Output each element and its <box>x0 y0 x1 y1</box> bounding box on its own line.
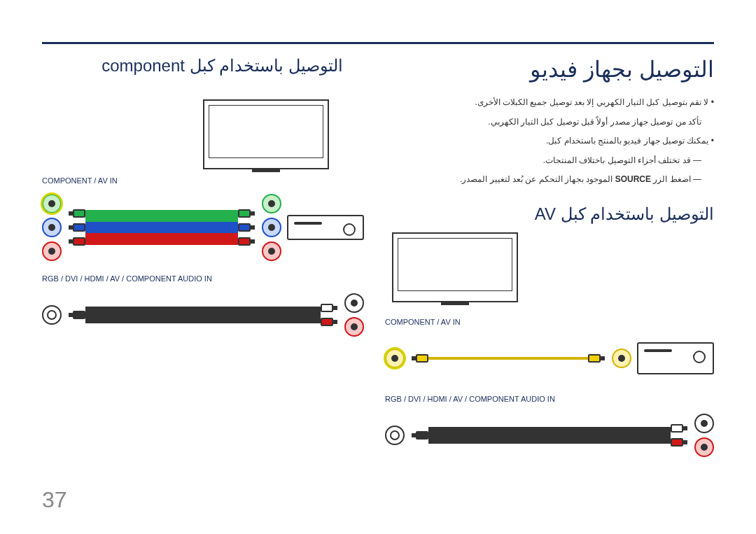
source-device-component <box>287 215 364 240</box>
jack-dest-red <box>262 241 281 261</box>
av-video-row <box>385 330 714 386</box>
dash-1-text: قد تختلف أجزاء التوصيل باختلاف المنتجات. <box>543 155 691 165</box>
jack-dest-green <box>262 194 281 213</box>
bullet-2-text: يمكنك توصيل جهاز فيديو بالمنتج باستخدام … <box>546 136 708 146</box>
dash-1: ― قد تختلف أجزاء التوصيل باختلاف المنتجا… <box>385 153 714 169</box>
dash-2-post: الموجود بجهاز التحكم عن بُعد لتغيير المص… <box>460 174 615 184</box>
screen-diagram-left <box>42 99 364 176</box>
screen-diagram-right <box>385 232 714 309</box>
jack-audio-red <box>344 317 364 337</box>
label-audio-in-right: RGB / DVI / HDMI / AV / COMPONENT AUDIO … <box>385 395 714 403</box>
top-rule <box>42 42 714 44</box>
component-video-row <box>42 189 364 266</box>
component-subtitle: التوصيل باستخدام كبل component <box>42 56 364 76</box>
bullet-2: • يمكنك توصيل جهاز فيديو بالمنتج باستخدا… <box>385 134 714 149</box>
bullet-1: • لا تقم بتوصيل كبل التيار الكهربي إلا ب… <box>385 95 714 111</box>
right-column: التوصيل بجهاز فيديو • لا تقم بتوصيل كبل … <box>378 56 714 463</box>
av-subtitle: التوصيل باستخدام كبل AV <box>385 204 714 224</box>
main-title: التوصيل بجهاز فيديو <box>385 56 714 83</box>
jack-cvbs-yellow <box>385 349 405 368</box>
jack-pb-blue <box>42 218 62 237</box>
bullet-1b: تأكد من توصيل جهاز مصدر أولاً قبل توصيل … <box>385 115 714 130</box>
jack-dest-yellow <box>612 349 631 368</box>
page-number: 37 <box>42 487 67 513</box>
source-device-av <box>637 342 714 374</box>
component-audio-row <box>42 287 364 343</box>
jack-audio-red-r <box>694 437 714 457</box>
label-component-avin-right: COMPONENT / AV IN <box>385 318 714 326</box>
jack-dest-blue <box>262 218 281 237</box>
jack-audio-left <box>42 305 62 325</box>
bullet-1-text: لا تقم بتوصيل كبل التيار الكهربي إلا بعد… <box>475 97 708 107</box>
jack-audio-in <box>385 426 405 445</box>
jack-pr-red <box>42 241 62 261</box>
dash-2: ― اضغط الزر SOURCE الموجود بجهاز التحكم … <box>385 172 714 188</box>
jack-audio-white <box>344 293 364 313</box>
content-area: التوصيل باستخدام كبل component COMPONENT… <box>42 56 714 463</box>
left-column: التوصيل باستخدام كبل component COMPONENT… <box>42 56 378 463</box>
dash-2-pre: اضغط الزر <box>651 174 691 184</box>
label-audio-in-left: RGB / DVI / HDMI / AV / COMPONENT AUDIO … <box>42 274 364 283</box>
jack-audio-white-r <box>694 414 714 433</box>
label-component-avin-left: COMPONENT / AV IN <box>42 176 364 185</box>
source-label: SOURCE <box>615 174 651 184</box>
av-audio-row <box>385 407 714 463</box>
jack-y-green <box>42 194 62 213</box>
